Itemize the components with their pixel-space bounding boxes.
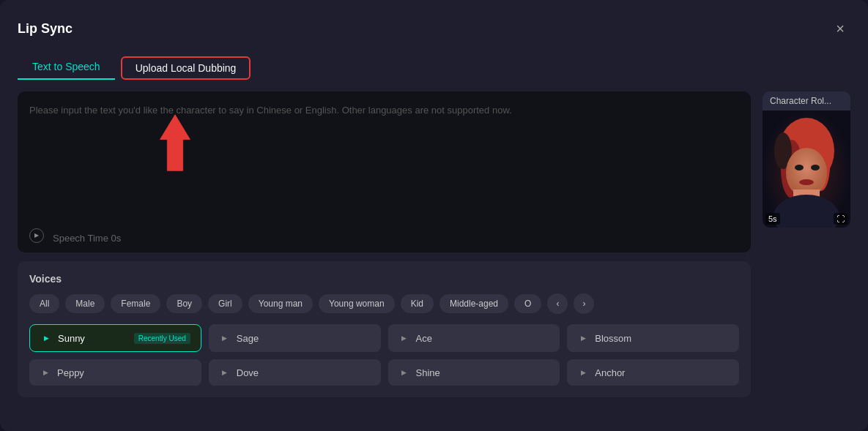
voice-label-anchor: Anchor bbox=[595, 367, 625, 378]
speech-time-label: Speech Time 0s bbox=[50, 227, 124, 244]
play-speech-button[interactable]: ▶ bbox=[29, 228, 44, 243]
play-icon-dove bbox=[219, 367, 231, 378]
recently-used-badge: Recently Used bbox=[134, 333, 190, 344]
prev-filter-button[interactable]: ‹ bbox=[547, 293, 568, 314]
next-filter-button[interactable]: › bbox=[574, 293, 594, 314]
voice-grid: Sunny Recently Used Sage Ace Blossom bbox=[29, 324, 739, 386]
voice-item-sage[interactable]: Sage bbox=[209, 324, 381, 352]
voice-label-shine: Shine bbox=[416, 367, 440, 378]
voice-label-peppy: Peppy bbox=[57, 367, 84, 378]
filter-kid[interactable]: Kid bbox=[401, 294, 434, 313]
filter-girl[interactable]: Girl bbox=[208, 294, 242, 313]
arrow-annotation bbox=[149, 113, 201, 175]
textarea-placeholder: Please input the text you'd like the cha… bbox=[29, 105, 512, 116]
filter-middle-aged[interactable]: Middle-aged bbox=[439, 294, 508, 313]
tab-tts[interactable]: Text to Speech bbox=[18, 55, 115, 80]
voices-title: Voices bbox=[29, 273, 739, 285]
voice-item-sunny[interactable]: Sunny Recently Used bbox=[29, 324, 201, 352]
left-panel: Please input the text you'd like the cha… bbox=[18, 91, 751, 397]
play-icon-blossom bbox=[577, 332, 589, 344]
filter-all[interactable]: All bbox=[29, 294, 59, 313]
play-icon-peppy bbox=[40, 367, 51, 378]
voice-item-anchor[interactable]: Anchor bbox=[567, 359, 739, 386]
tab-bar: Text to Speech Upload Local Dubbing bbox=[18, 55, 850, 80]
close-button[interactable]: × bbox=[830, 18, 850, 40]
voice-item-ace[interactable]: Ace bbox=[388, 324, 560, 352]
main-content: Please input the text you'd like the cha… bbox=[18, 91, 850, 397]
voice-label-ace: Ace bbox=[416, 333, 432, 344]
voice-filters: All Male Female Boy Girl Young man Young… bbox=[29, 293, 739, 314]
svg-point-7 bbox=[795, 165, 804, 170]
voice-item-blossom[interactable]: Blossom bbox=[567, 324, 739, 352]
modal-title: Lip Sync bbox=[18, 21, 73, 37]
lip-sync-modal: Lip Sync × Text to Speech Upload Local D… bbox=[0, 0, 868, 431]
character-expand-icon[interactable]: ⛶ bbox=[834, 213, 847, 225]
text-area-wrapper[interactable]: Please input the text you'd like the cha… bbox=[18, 91, 751, 252]
voice-label-sunny: Sunny bbox=[58, 333, 85, 344]
filter-young-woman[interactable]: Young woman bbox=[319, 294, 395, 313]
play-icon-shine bbox=[398, 367, 410, 378]
voice-label-sage: Sage bbox=[237, 333, 259, 344]
play-icon-anchor bbox=[577, 367, 589, 378]
voice-label-dove: Dove bbox=[237, 367, 259, 378]
svg-point-9 bbox=[799, 179, 814, 185]
character-duration: 5s bbox=[765, 213, 780, 225]
voice-label-blossom: Blossom bbox=[595, 333, 631, 344]
filter-female[interactable]: Female bbox=[111, 294, 160, 313]
svg-point-8 bbox=[811, 165, 820, 170]
character-image: 5s ⛶ bbox=[763, 110, 850, 228]
voice-item-shine[interactable]: Shine bbox=[388, 359, 560, 386]
character-role-label: Character Rol... bbox=[763, 91, 850, 110]
filter-other[interactable]: O bbox=[514, 294, 541, 313]
filter-male[interactable]: Male bbox=[65, 294, 105, 313]
voice-item-peppy[interactable]: Peppy bbox=[29, 359, 201, 386]
filter-boy[interactable]: Boy bbox=[166, 294, 202, 313]
tab-upload-dubbing[interactable]: Upload Local Dubbing bbox=[121, 56, 251, 80]
play-icon-ace bbox=[398, 332, 410, 344]
svg-marker-0 bbox=[160, 115, 190, 170]
voice-item-dove[interactable]: Dove bbox=[209, 359, 381, 386]
voices-section: Voices All Male Female Boy Girl Young ma… bbox=[18, 261, 751, 397]
filter-young-man[interactable]: Young man bbox=[248, 294, 313, 313]
modal-header: Lip Sync × bbox=[18, 18, 850, 40]
play-icon-sage bbox=[219, 332, 231, 344]
play-icon-sunny bbox=[40, 332, 52, 344]
character-card: Character Rol... bbox=[763, 91, 850, 228]
right-panel: Character Rol... bbox=[763, 91, 850, 397]
